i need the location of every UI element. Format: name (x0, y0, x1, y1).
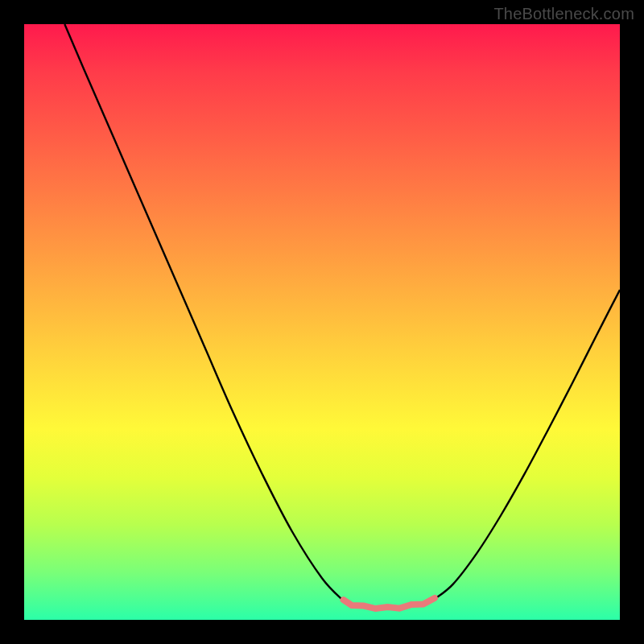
plot-area (24, 24, 620, 620)
curve-right-branch (435, 290, 620, 599)
curve-flat-bottom (344, 598, 435, 609)
chart-frame: TheBottleneck.com (0, 0, 644, 644)
curve-svg (24, 24, 620, 620)
watermark-text: TheBottleneck.com (493, 5, 634, 23)
curve-left-branch (64, 24, 343, 601)
